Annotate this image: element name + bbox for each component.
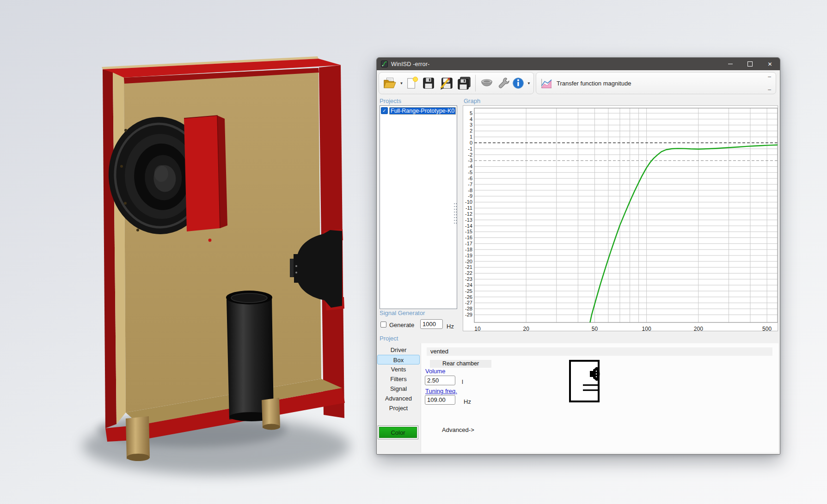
box-diagram (569, 359, 602, 403)
pane-dash-top[interactable]: – (768, 74, 771, 79)
driver-editor-icon (479, 76, 494, 90)
pane-dash-bottom[interactable]: – (768, 87, 771, 92)
graph-label: Graph (464, 97, 480, 104)
chart-type-icon (540, 76, 553, 90)
signal-generator-label: Signal Generator (380, 310, 425, 316)
generate-frequency-unit: Hz (447, 323, 454, 330)
tools-button[interactable] (496, 74, 510, 92)
svg-text:1: 1 (470, 134, 472, 140)
svg-text:-13: -13 (465, 217, 472, 223)
rear-chamber-header: Rear chamber (430, 360, 491, 368)
svg-text:-19: -19 (465, 253, 472, 258)
info-dropdown-arrow[interactable]: ▼ (527, 74, 531, 92)
info-icon (512, 76, 525, 90)
maximize-button[interactable] (740, 58, 760, 70)
svg-text:10: 10 (474, 326, 481, 331)
save-button[interactable] (420, 74, 437, 92)
generate-label: Generate (389, 322, 414, 328)
svg-text:4: 4 (470, 116, 472, 122)
tab-signal[interactable]: Signal (377, 384, 420, 394)
projects-listbox[interactable]: ✓Full-Range-Prototype-K0 (380, 105, 457, 309)
color-button-frame: Color (378, 425, 418, 439)
project-item[interactable]: ✓Full-Range-Prototype-K0 (380, 106, 457, 115)
svg-text:-7: -7 (468, 182, 472, 187)
tab-driver[interactable]: Driver (377, 345, 420, 355)
svg-text:-3: -3 (468, 158, 472, 163)
svg-text:-18: -18 (465, 247, 472, 252)
info-button[interactable] (511, 74, 525, 92)
svg-text:-22: -22 (465, 270, 472, 276)
splitter-handle[interactable] (453, 203, 458, 225)
minimize-button[interactable] (720, 58, 740, 70)
volume-unit: l (462, 378, 463, 385)
open-dropdown-arrow[interactable]: ▼ (399, 74, 404, 92)
svg-text:-4: -4 (468, 164, 472, 169)
driver-editor-button[interactable] (478, 74, 495, 92)
svg-text:3: 3 (470, 122, 472, 128)
tab-project[interactable]: Project (377, 403, 420, 413)
cad-model-speaker-cutaway (0, 0, 379, 504)
tuning-freq-link[interactable]: Tuning freq. (425, 388, 457, 395)
svg-text:-20: -20 (465, 259, 472, 264)
save-all-icon (457, 76, 472, 90)
project-checkbox[interactable]: ✓ (381, 107, 388, 114)
svg-text:-1: -1 (468, 146, 472, 152)
tuning-freq-input[interactable] (425, 395, 455, 405)
open-project-icon (383, 76, 397, 90)
titlebar[interactable]: WinISD -error- ✕ (377, 58, 780, 70)
close-button[interactable]: ✕ (760, 58, 780, 70)
project-tabs: DriverBoxVentsFiltersSignalAdvancedProje… (377, 345, 420, 413)
svg-text:-2: -2 (468, 152, 472, 158)
advanced-link[interactable]: Advanced-> (442, 426, 474, 433)
project-label: Project (380, 335, 398, 342)
projects-label: Projects (380, 97, 401, 104)
minimize-icon (728, 64, 733, 64)
toolbar-separator (475, 75, 476, 91)
svg-text:200: 200 (694, 326, 703, 331)
tab-advanced[interactable]: Advanced (377, 394, 420, 403)
enclosure-type-dropdown[interactable]: vented (427, 347, 772, 356)
tab-box[interactable]: Box (377, 355, 420, 364)
volume-label: Volume (425, 368, 445, 375)
svg-text:-25: -25 (465, 288, 472, 294)
svg-text:-29: -29 (465, 312, 472, 317)
tab-vents[interactable]: Vents (377, 364, 420, 374)
project-item-label[interactable]: Full-Range-Prototype-K0 (389, 107, 456, 115)
view-selector-label: Transfer function magnitude (557, 80, 631, 87)
svg-text:-27: -27 (465, 300, 472, 305)
color-button[interactable]: Color (379, 427, 417, 438)
generate-checkbox[interactable] (380, 322, 386, 328)
tab-filters[interactable]: Filters (377, 374, 420, 384)
cad-bracket (184, 115, 227, 231)
new-project-button[interactable] (405, 74, 419, 92)
tuning-freq-unit: Hz (464, 398, 471, 405)
svg-text:-5: -5 (468, 170, 472, 175)
svg-text:-26: -26 (465, 294, 472, 300)
svg-text:2: 2 (470, 128, 472, 134)
svg-text:-8: -8 (468, 188, 472, 193)
svg-text:-24: -24 (465, 282, 472, 288)
desktop: { "window": { "title": "WinISD -error-",… (0, 0, 827, 504)
save-all-button[interactable] (456, 74, 472, 92)
save-icon (422, 76, 435, 90)
svg-text:-17: -17 (465, 241, 472, 246)
svg-text:5: 5 (470, 110, 472, 116)
box-panel: vented Rear chamber Volume l Tuning freq… (421, 343, 778, 453)
svg-text:-28: -28 (465, 306, 472, 311)
volume-input[interactable] (425, 376, 455, 385)
window-title: WinISD -error- (391, 61, 429, 67)
svg-text:500: 500 (762, 326, 772, 331)
svg-text:-11: -11 (466, 205, 472, 211)
svg-text:-16: -16 (465, 235, 472, 240)
svg-text:-21: -21 (465, 264, 472, 270)
save-edit-button[interactable] (438, 74, 455, 92)
svg-text:0: 0 (470, 140, 472, 146)
view-selector[interactable]: Transfer function magnitude – – (536, 72, 776, 94)
svg-text:100: 100 (642, 326, 651, 331)
svg-text:50: 50 (592, 326, 598, 331)
save-edit-icon (439, 76, 454, 90)
generate-frequency-input[interactable] (420, 319, 443, 329)
svg-text:-12: -12 (465, 211, 472, 217)
open-project-button[interactable] (381, 74, 398, 92)
toolbar: ▼ (377, 70, 780, 97)
